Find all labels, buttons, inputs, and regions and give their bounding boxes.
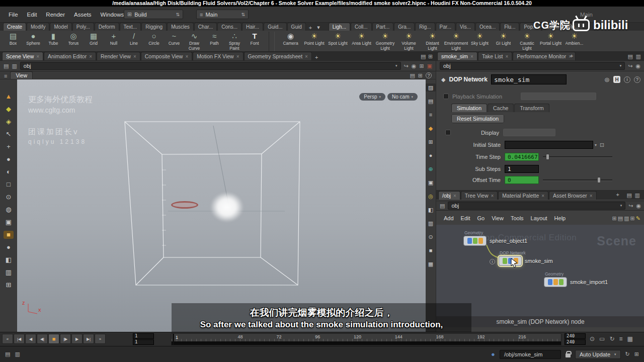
path-bookmark-icon[interactable]: [12, 63, 17, 69]
snapshot-icon[interactable]: [427, 63, 432, 69]
display-option-icon[interactable]: ◎: [426, 192, 436, 200]
display-option-icon[interactable]: ⊕: [426, 165, 436, 173]
shelf-tool[interactable]: ☀Distant Light: [421, 32, 444, 51]
shelf-tab[interactable]: Par...: [436, 23, 455, 31]
pane-tab[interactable]: Motion FX View: [193, 52, 243, 60]
offset-time-slider[interactable]: [543, 176, 612, 184]
viewport-canvas[interactable]: Persp No cam 更多海外优质教程 www.cgltg.com 团课加团…: [17, 79, 426, 332]
shelf-tool[interactable]: ∿Draw Curve: [184, 32, 204, 51]
update-mode-combo[interactable]: Auto Update: [575, 350, 621, 359]
close-tab-icon[interactable]: [305, 54, 308, 59]
pane-maximize-icon[interactable]: [636, 53, 641, 60]
shelf-tab[interactable]: Flu...: [500, 23, 519, 31]
viewport-tool-icon[interactable]: ●: [4, 243, 14, 251]
menu-item[interactable]: View: [488, 214, 507, 222]
viewport-tool-icon[interactable]: ■: [4, 231, 14, 239]
viewport-tool-icon[interactable]: ▥: [4, 268, 14, 277]
playback-button[interactable]: »: [95, 334, 106, 344]
shelf-tab[interactable]: Text...: [120, 23, 141, 31]
timeline-option-icon[interactable]: ↻: [609, 335, 614, 342]
node-smoke-sim[interactable]: DOP Network smoke_sim: [499, 256, 553, 266]
shelf-tool[interactable]: ☀Ambien...: [562, 32, 586, 51]
playback-sim-checkbox[interactable]: [443, 94, 449, 99]
display-option-icon[interactable]: ◆: [426, 124, 436, 132]
frame-field[interactable]: 1: [133, 339, 154, 345]
network-canvas[interactable]: Non-Commercial Edition Scene Geometry sp…: [436, 225, 644, 316]
close-tab-icon[interactable]: [541, 193, 544, 199]
jump-to-icon[interactable]: [404, 63, 409, 69]
node-name-field[interactable]: smoke_sim: [491, 74, 567, 84]
shelf-tab[interactable]: Create: [3, 23, 26, 31]
pane-tab[interactable]: Asset Browser: [549, 191, 597, 200]
pane-tab[interactable]: smoke_sim: [437, 52, 477, 60]
add-pane-tab-icon[interactable]: [614, 192, 622, 198]
vp-layout-icon[interactable]: [410, 72, 415, 79]
pin-icon[interactable]: [636, 203, 641, 209]
chevron-down-icon[interactable]: [595, 143, 597, 147]
display-option-icon[interactable]: ▥: [426, 219, 436, 227]
pane-tab[interactable]: Composite View: [141, 52, 193, 60]
close-tab-icon[interactable]: [453, 193, 456, 199]
shelf-tool[interactable]: ☀Geometry Light: [373, 32, 397, 51]
initial-state-field[interactable]: [505, 141, 593, 149]
pane-tab[interactable]: Geometry Spreadsheet: [244, 52, 312, 60]
help-icon[interactable]: [634, 76, 640, 83]
shelf-tab[interactable]: Gra...: [394, 23, 415, 31]
node-smoke-import1[interactable]: Geometry smoke_import1: [544, 277, 608, 287]
shelf-tool[interactable]: ●Sphere: [23, 32, 43, 51]
playback-button[interactable]: ◀|: [37, 334, 48, 344]
vp-split-icon[interactable]: [418, 72, 423, 79]
shelf-tab[interactable]: Ocea...: [475, 23, 500, 31]
pin-icon[interactable]: [635, 63, 640, 69]
close-tab-icon[interactable]: [185, 54, 188, 59]
shelf-tab[interactable]: Deform: [95, 23, 119, 31]
shelf-tool[interactable]: ◎Torus: [63, 32, 84, 51]
close-tab-icon[interactable]: [505, 54, 508, 59]
viewport-tool-icon[interactable]: ▣: [4, 218, 14, 226]
display-option-icon[interactable]: ▣: [426, 178, 436, 187]
display-option-icon[interactable]: ▦: [426, 260, 436, 268]
reset-simulation-button[interactable]: Reset Simulation: [451, 114, 504, 123]
close-tab-icon[interactable]: [491, 193, 494, 199]
snap-icon[interactable]: [612, 215, 617, 222]
shelf-tab[interactable]: Rigging: [141, 23, 167, 31]
info-icon[interactable]: [624, 76, 630, 83]
time-step-slider[interactable]: [543, 153, 612, 160]
close-tab-icon[interactable]: [470, 54, 473, 59]
close-tab-icon[interactable]: [133, 54, 136, 59]
shelf-tab[interactable]: Char...: [194, 23, 217, 31]
pane-tab[interactable]: Tree View: [461, 191, 498, 200]
current-frame-marker[interactable]: [173, 334, 174, 345]
viewport-tool-icon[interactable]: ⊞: [4, 281, 14, 289]
jump-to-icon[interactable]: [628, 203, 633, 209]
shelf-tool[interactable]: /Line: [124, 32, 144, 51]
shelf-tool[interactable]: ☀Volume Light: [397, 32, 421, 51]
shelf-tab[interactable]: Hair...: [242, 23, 263, 31]
menu-item[interactable]: Layout: [527, 214, 551, 222]
shelf-tab[interactable]: Cons...: [217, 23, 242, 31]
pane-tab[interactable]: Take List: [478, 52, 512, 60]
frame-field[interactable]: 1: [133, 333, 154, 339]
display-checkbox[interactable]: [445, 130, 451, 135]
timeline-ruler[interactable]: 487296120144168192216 1: [171, 333, 561, 345]
display-option-icon[interactable]: ≡: [426, 111, 436, 119]
end-frame-field[interactable]: 240: [565, 333, 586, 339]
close-tab-icon[interactable]: [89, 54, 92, 59]
menu-item[interactable]: Go: [474, 214, 489, 222]
message-log-icon[interactable]: [5, 351, 10, 357]
playback-button[interactable]: «: [2, 334, 13, 344]
pane-menu-icon[interactable]: [4, 73, 7, 79]
viewport-tool-icon[interactable]: ◆: [4, 105, 14, 113]
path-field[interactable]: obj: [20, 62, 401, 70]
jump-to-icon[interactable]: [628, 63, 632, 69]
display-option-icon[interactable]: ▤: [426, 97, 436, 105]
shelf-tab[interactable]: Guid: [287, 23, 306, 31]
shelf-tab[interactable]: Model: [50, 23, 71, 31]
sub-steps-field[interactable]: 1: [505, 165, 539, 173]
shelf-tool[interactable]: ▮Tube: [43, 32, 63, 51]
help-icon[interactable]: [426, 72, 432, 78]
viewport-tool-icon[interactable]: ⊙: [4, 193, 14, 201]
memory-monitor-icon[interactable]: [15, 351, 20, 357]
grid-mode-icon[interactable]: [624, 215, 629, 222]
pane-tab[interactable]: Material Palette: [498, 191, 548, 200]
